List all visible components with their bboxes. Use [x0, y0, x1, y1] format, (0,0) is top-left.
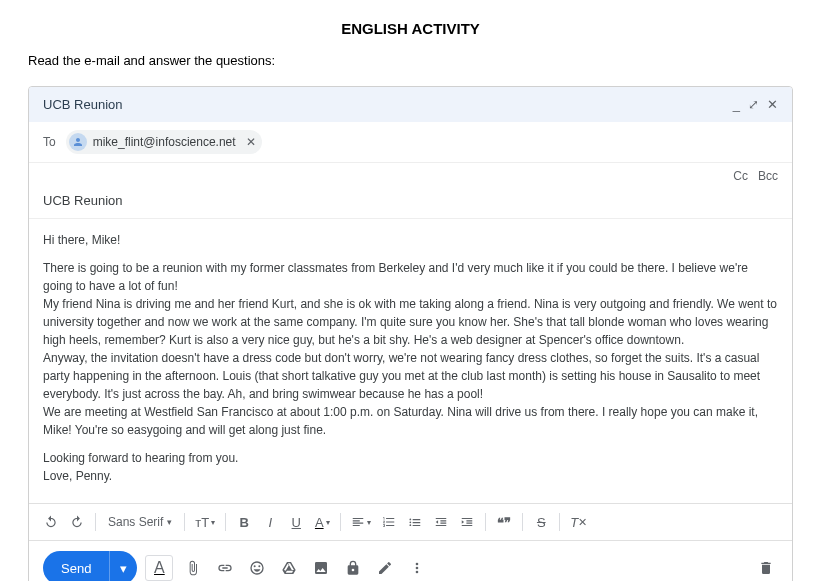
greeting: Hi there, Mike!	[43, 231, 778, 249]
numbered-list-icon[interactable]	[377, 510, 401, 534]
pen-icon[interactable]	[373, 556, 397, 580]
clear-format-icon[interactable]: T✕	[566, 510, 591, 534]
window-controls: _ ⤢ ✕	[733, 97, 778, 112]
undo-icon[interactable]	[39, 510, 63, 534]
closing: Looking forward to hearing from you.Love…	[43, 449, 778, 485]
compose-window: UCB Reunion _ ⤢ ✕ To mike_flint@infoscie…	[28, 86, 793, 581]
drive-icon[interactable]	[277, 556, 301, 580]
instruction-text: Read the e-mail and answer the questions…	[28, 53, 793, 68]
separator	[522, 513, 523, 531]
send-dropdown-icon[interactable]: ▾	[109, 551, 137, 581]
indent-more-icon[interactable]	[455, 510, 479, 534]
body-paragraph: There is going to be a reunion with my f…	[43, 259, 778, 439]
text-color-icon[interactable]: A▾	[310, 510, 334, 534]
italic-icon[interactable]: I	[258, 510, 282, 534]
font-select[interactable]: Sans Serif▾	[102, 510, 178, 534]
separator	[95, 513, 96, 531]
more-icon[interactable]	[405, 556, 429, 580]
cc-button[interactable]: Cc	[733, 169, 748, 183]
avatar-icon	[69, 133, 87, 151]
underline-icon[interactable]: U	[284, 510, 308, 534]
header-subject: UCB Reunion	[43, 97, 123, 112]
image-icon[interactable]	[309, 556, 333, 580]
separator	[340, 513, 341, 531]
link-icon[interactable]	[213, 556, 237, 580]
to-row: To mike_flint@infoscience.net ✕	[29, 122, 792, 163]
recipient-chip[interactable]: mike_flint@infoscience.net ✕	[66, 130, 262, 154]
expand-icon[interactable]: ⤢	[748, 97, 759, 112]
page-title: ENGLISH ACTIVITY	[28, 20, 793, 37]
emoji-icon[interactable]	[245, 556, 269, 580]
send-label: Send	[43, 561, 109, 576]
send-button[interactable]: Send ▾	[43, 551, 137, 581]
remove-recipient-icon[interactable]: ✕	[246, 135, 256, 149]
strikethrough-icon[interactable]: S	[529, 510, 553, 534]
recipient-email: mike_flint@infoscience.net	[93, 135, 236, 149]
email-body[interactable]: Hi there, Mike! There is going to be a r…	[29, 219, 792, 503]
separator	[485, 513, 486, 531]
close-icon[interactable]: ✕	[767, 97, 778, 112]
quote-icon[interactable]: ❝❞	[492, 510, 516, 534]
attachment-icon[interactable]	[181, 556, 205, 580]
trash-icon[interactable]	[754, 556, 778, 580]
redo-icon[interactable]	[65, 510, 89, 534]
send-row: Send ▾ A	[29, 541, 792, 581]
cc-bcc-row: Cc Bcc	[29, 163, 792, 183]
indent-less-icon[interactable]	[429, 510, 453, 534]
separator	[225, 513, 226, 531]
to-label: To	[43, 135, 56, 149]
bcc-button[interactable]: Bcc	[758, 169, 778, 183]
font-size-icon[interactable]: тT▾	[191, 510, 219, 534]
separator	[184, 513, 185, 531]
formatting-toolbar: Sans Serif▾ тT▾ B I U A▾ ▾ ❝❞ S T✕	[29, 503, 792, 541]
bold-icon[interactable]: B	[232, 510, 256, 534]
minimize-icon[interactable]: _	[733, 97, 740, 112]
bullet-list-icon[interactable]	[403, 510, 427, 534]
compose-header: UCB Reunion _ ⤢ ✕	[29, 87, 792, 122]
confidential-icon[interactable]	[341, 556, 365, 580]
align-icon[interactable]: ▾	[347, 510, 375, 534]
format-a-icon[interactable]: A	[145, 555, 173, 581]
separator	[559, 513, 560, 531]
subject-input[interactable]: UCB Reunion	[29, 183, 792, 219]
